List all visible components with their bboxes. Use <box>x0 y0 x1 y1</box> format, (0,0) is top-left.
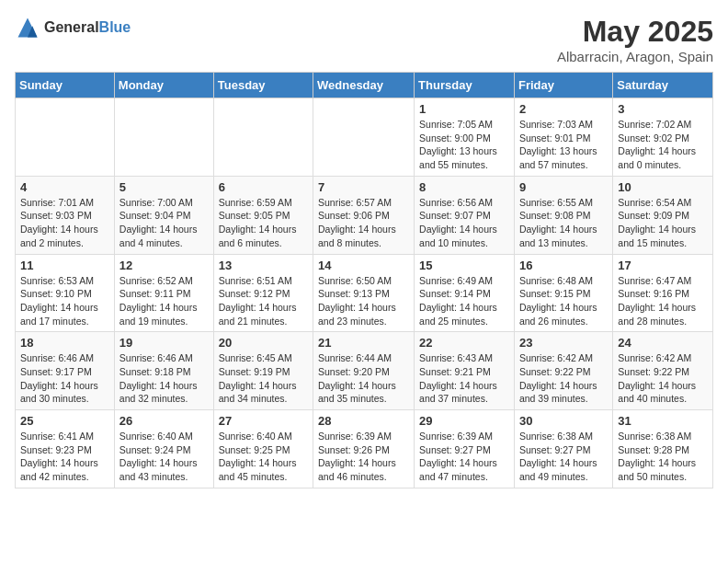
day-number: 16 <box>519 259 608 272</box>
day-number: 10 <box>618 180 708 194</box>
calendar-cell: 28Sunrise: 6:39 AMSunset: 9:26 PMDayligh… <box>313 410 415 488</box>
day-info: Sunrise: 6:59 AMSunset: 9:05 PMDaylight:… <box>219 196 308 250</box>
header-saturday: Saturday <box>613 73 713 98</box>
day-number: 29 <box>419 414 509 428</box>
day-number: 7 <box>318 180 409 194</box>
day-number: 30 <box>519 414 608 428</box>
header-wednesday: Wednesday <box>313 73 415 98</box>
day-info: Sunrise: 6:57 AMSunset: 9:06 PMDaylight:… <box>318 196 409 250</box>
day-number: 24 <box>618 336 708 350</box>
header-thursday: Thursday <box>415 73 515 98</box>
day-info: Sunrise: 6:39 AMSunset: 9:26 PMDaylight:… <box>318 430 409 484</box>
calendar-week-1: 1Sunrise: 7:05 AMSunset: 9:00 PMDaylight… <box>16 98 713 177</box>
day-number: 8 <box>419 180 509 194</box>
day-number: 20 <box>219 336 308 350</box>
day-info: Sunrise: 6:47 AMSunset: 9:16 PMDaylight:… <box>618 274 708 328</box>
day-info: Sunrise: 6:44 AMSunset: 9:20 PMDaylight:… <box>318 351 409 406</box>
day-number: 14 <box>318 259 409 272</box>
title-area: May 2025 Albarracin, Aragon, Spain <box>557 15 713 64</box>
calendar-cell: 2Sunrise: 7:03 AMSunset: 9:01 PMDaylight… <box>514 98 612 177</box>
calendar-cell: 21Sunrise: 6:44 AMSunset: 9:20 PMDayligh… <box>313 332 415 410</box>
day-number: 11 <box>20 259 109 272</box>
calendar-week-5: 25Sunrise: 6:41 AMSunset: 9:23 PMDayligh… <box>16 410 713 488</box>
day-info: Sunrise: 6:51 AMSunset: 9:12 PMDaylight:… <box>219 274 308 328</box>
day-number: 21 <box>318 336 409 350</box>
calendar-cell: 15Sunrise: 6:49 AMSunset: 9:14 PMDayligh… <box>415 254 515 332</box>
day-number: 28 <box>318 414 409 428</box>
day-info: Sunrise: 6:43 AMSunset: 9:21 PMDaylight:… <box>419 351 509 406</box>
calendar-cell: 9Sunrise: 6:55 AMSunset: 9:08 PMDaylight… <box>514 176 612 254</box>
day-info: Sunrise: 6:40 AMSunset: 9:25 PMDaylight:… <box>219 430 308 484</box>
day-number: 18 <box>20 336 109 350</box>
day-info: Sunrise: 6:46 AMSunset: 9:18 PMDaylight:… <box>119 351 209 406</box>
calendar-cell: 12Sunrise: 6:52 AMSunset: 9:11 PMDayligh… <box>114 254 213 332</box>
day-info: Sunrise: 6:52 AMSunset: 9:11 PMDaylight:… <box>119 274 209 328</box>
day-number: 9 <box>519 180 608 194</box>
calendar-cell <box>114 98 213 177</box>
calendar-cell: 3Sunrise: 7:02 AMSunset: 9:02 PMDaylight… <box>613 98 713 177</box>
day-info: Sunrise: 6:55 AMSunset: 9:08 PMDaylight:… <box>519 196 608 250</box>
day-number: 26 <box>119 414 209 428</box>
calendar-cell: 14Sunrise: 6:50 AMSunset: 9:13 PMDayligh… <box>313 254 415 332</box>
calendar-cell <box>16 98 115 177</box>
day-info: Sunrise: 6:40 AMSunset: 9:24 PMDaylight:… <box>119 430 209 484</box>
day-info: Sunrise: 6:42 AMSunset: 9:22 PMDaylight:… <box>519 351 608 406</box>
calendar-cell: 23Sunrise: 6:42 AMSunset: 9:22 PMDayligh… <box>514 332 612 410</box>
calendar-cell: 16Sunrise: 6:48 AMSunset: 9:15 PMDayligh… <box>514 254 612 332</box>
calendar-week-3: 11Sunrise: 6:53 AMSunset: 9:10 PMDayligh… <box>16 254 713 332</box>
day-info: Sunrise: 7:03 AMSunset: 9:01 PMDaylight:… <box>519 118 608 172</box>
calendar-cell: 13Sunrise: 6:51 AMSunset: 9:12 PMDayligh… <box>213 254 313 332</box>
header-tuesday: Tuesday <box>213 73 313 98</box>
calendar-cell: 22Sunrise: 6:43 AMSunset: 9:21 PMDayligh… <box>415 332 515 410</box>
main-title: May 2025 <box>557 15 713 49</box>
day-info: Sunrise: 6:41 AMSunset: 9:23 PMDaylight:… <box>20 430 109 484</box>
calendar-cell: 19Sunrise: 6:46 AMSunset: 9:18 PMDayligh… <box>114 332 213 410</box>
calendar-week-4: 18Sunrise: 6:46 AMSunset: 9:17 PMDayligh… <box>16 332 713 410</box>
day-number: 17 <box>618 259 708 272</box>
logo: GeneralBlue <box>15 15 131 40</box>
day-info: Sunrise: 6:49 AMSunset: 9:14 PMDaylight:… <box>419 274 509 328</box>
day-info: Sunrise: 6:46 AMSunset: 9:17 PMDaylight:… <box>20 351 109 406</box>
day-number: 6 <box>219 180 308 194</box>
calendar-cell: 20Sunrise: 6:45 AMSunset: 9:19 PMDayligh… <box>213 332 313 410</box>
calendar-table: SundayMondayTuesdayWednesdayThursdayFrid… <box>15 72 713 488</box>
logo-general: General <box>44 19 99 35</box>
calendar-cell: 18Sunrise: 6:46 AMSunset: 9:17 PMDayligh… <box>16 332 115 410</box>
calendar-header-row: SundayMondayTuesdayWednesdayThursdayFrid… <box>16 73 713 98</box>
calendar-cell <box>313 98 415 177</box>
day-number: 22 <box>419 336 509 350</box>
calendar-cell: 27Sunrise: 6:40 AMSunset: 9:25 PMDayligh… <box>213 410 313 488</box>
day-number: 31 <box>618 414 708 428</box>
calendar-cell: 24Sunrise: 6:42 AMSunset: 9:22 PMDayligh… <box>613 332 713 410</box>
calendar-cell: 6Sunrise: 6:59 AMSunset: 9:05 PMDaylight… <box>213 176 313 254</box>
calendar-cell: 29Sunrise: 6:39 AMSunset: 9:27 PMDayligh… <box>415 410 515 488</box>
day-info: Sunrise: 6:50 AMSunset: 9:13 PMDaylight:… <box>318 274 409 328</box>
logo-icon <box>15 15 40 40</box>
calendar-cell: 5Sunrise: 7:00 AMSunset: 9:04 PMDaylight… <box>114 176 213 254</box>
calendar-cell: 31Sunrise: 6:38 AMSunset: 9:28 PMDayligh… <box>613 410 713 488</box>
day-info: Sunrise: 6:45 AMSunset: 9:19 PMDaylight:… <box>219 351 308 406</box>
day-info: Sunrise: 7:05 AMSunset: 9:00 PMDaylight:… <box>419 118 509 172</box>
calendar-cell <box>213 98 313 177</box>
subtitle: Albarracin, Aragon, Spain <box>557 49 713 64</box>
day-number: 3 <box>618 102 708 116</box>
day-info: Sunrise: 6:38 AMSunset: 9:27 PMDaylight:… <box>519 430 608 484</box>
calendar-cell: 11Sunrise: 6:53 AMSunset: 9:10 PMDayligh… <box>16 254 115 332</box>
day-info: Sunrise: 6:56 AMSunset: 9:07 PMDaylight:… <box>419 196 509 250</box>
day-number: 5 <box>119 180 209 194</box>
day-number: 13 <box>219 259 308 272</box>
day-number: 1 <box>419 102 509 116</box>
day-info: Sunrise: 6:38 AMSunset: 9:28 PMDaylight:… <box>618 430 708 484</box>
day-number: 2 <box>519 102 608 116</box>
day-info: Sunrise: 7:01 AMSunset: 9:03 PMDaylight:… <box>20 196 109 250</box>
day-number: 12 <box>119 259 209 272</box>
day-number: 23 <box>519 336 608 350</box>
day-info: Sunrise: 6:54 AMSunset: 9:09 PMDaylight:… <box>618 196 708 250</box>
day-number: 19 <box>119 336 209 350</box>
day-number: 25 <box>20 414 109 428</box>
day-info: Sunrise: 6:42 AMSunset: 9:22 PMDaylight:… <box>618 351 708 406</box>
header-sunday: Sunday <box>16 73 115 98</box>
calendar-cell: 25Sunrise: 6:41 AMSunset: 9:23 PMDayligh… <box>16 410 115 488</box>
day-number: 27 <box>219 414 308 428</box>
calendar-cell: 7Sunrise: 6:57 AMSunset: 9:06 PMDaylight… <box>313 176 415 254</box>
